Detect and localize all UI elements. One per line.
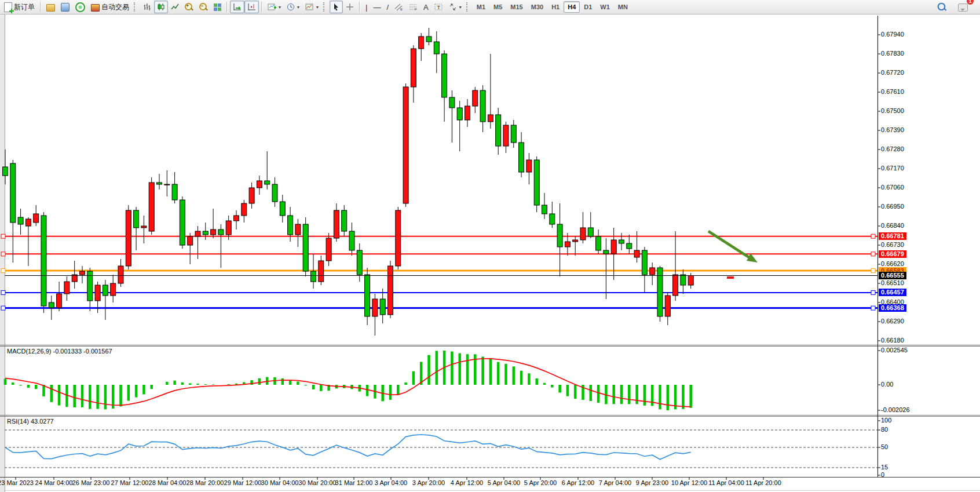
time-axis-label: 26 Mar 23:00 (72, 479, 110, 486)
community-button[interactable]: 1 (955, 1, 971, 13)
toolbar-grip[interactable] (323, 2, 328, 12)
tile-windows-icon (214, 3, 221, 11)
timeframe-d1[interactable]: D1 (580, 1, 596, 13)
auto-trading-button[interactable]: 自动交易 (88, 1, 132, 13)
rsi-tick-label: 50 (881, 443, 888, 450)
price-tick-label: 0.67390 (881, 126, 904, 133)
profiles-icon (46, 4, 55, 12)
price-tick-label: 0.67720 (881, 69, 904, 76)
trendline-tool[interactable]: / (383, 1, 392, 13)
text-tool[interactable]: A (420, 1, 432, 13)
arrows-tool[interactable]: ▾ (446, 1, 465, 13)
rsi-tick-label: 80 (881, 426, 888, 433)
timeframe-w1[interactable]: W1 (596, 1, 614, 13)
auto-scroll-button[interactable] (230, 1, 244, 13)
price-level-label: 0.66457 (879, 289, 906, 296)
time-axis-label: 11 Apr 04:00 (708, 479, 744, 486)
candlestick-mode-button[interactable] (154, 1, 168, 13)
indicators-icon (268, 3, 276, 11)
indicators-button[interactable]: ▾ (265, 1, 284, 13)
candlestick-icon (157, 3, 165, 11)
macd-indicator-label: MACD(12,26,9) -0.001333 -0.001567 (7, 348, 112, 355)
signals-icon (75, 2, 85, 12)
zoom-out-icon: − (199, 3, 208, 12)
bar-chart-icon (143, 3, 151, 11)
macd-tick-label: -0.002026 (881, 406, 910, 413)
window-bottom-border (0, 490, 980, 491)
price-tick-label: 0.66950 (881, 203, 904, 210)
zoom-in-button[interactable]: + (182, 1, 196, 13)
price-tick-label: 0.67500 (881, 107, 904, 114)
toolbar-grip[interactable] (466, 2, 471, 12)
chart-shift-button[interactable] (244, 1, 259, 13)
cursor-button[interactable] (330, 1, 343, 13)
periods-button[interactable]: ▾ (284, 1, 302, 13)
separator (40, 2, 41, 12)
timeframe-mn[interactable]: MN (614, 1, 632, 13)
trendline-icon: / (386, 3, 389, 11)
text-label-tool[interactable]: T (432, 1, 446, 13)
timeframe-m1[interactable]: M1 (473, 1, 489, 13)
svg-text:T: T (437, 5, 440, 10)
price-tick-label: 0.67280 (881, 145, 904, 152)
zoom-out-button[interactable]: − (196, 1, 211, 13)
text-label-icon: T (434, 3, 443, 11)
separator (359, 2, 360, 12)
separator (261, 2, 262, 12)
equidistant-channel-tool[interactable]: E (392, 1, 406, 13)
line-chart-mode-button[interactable] (168, 1, 182, 13)
timeframe-h4[interactable]: H4 (564, 1, 580, 13)
templates-button[interactable]: ▾ (302, 1, 321, 13)
price-level-label: 0.66679 (879, 250, 906, 258)
market-watch-button[interactable] (58, 1, 72, 13)
current-price-label: 0.66555 (879, 272, 906, 279)
new-order-button[interactable]: 新订单 (1, 1, 38, 13)
search-button[interactable] (935, 1, 949, 13)
time-axis-label: 3 Apr 20:00 (412, 479, 445, 486)
tile-windows-button[interactable] (211, 1, 224, 13)
template-icon (305, 3, 314, 11)
market-watch-icon (61, 3, 70, 12)
dropdown-caret: ▾ (459, 5, 462, 10)
price-tick-label: 0.66620 (881, 260, 904, 267)
zoom-in-icon: + (185, 3, 193, 12)
line-chart-icon (171, 3, 179, 11)
price-level-label: 0.66781 (879, 232, 906, 240)
text-icon: A (423, 3, 429, 11)
signals-button[interactable] (72, 1, 88, 13)
time-axis-label: 28 Mar 20:00 (187, 479, 224, 486)
price-tick-label: 0.66730 (881, 241, 904, 248)
fibonacci-tool[interactable]: F (406, 1, 420, 13)
bar-chart-mode-button[interactable] (140, 1, 154, 13)
timeframe-m15[interactable]: M15 (506, 1, 526, 13)
chart-profiles-button[interactable] (43, 1, 58, 13)
price-tick-label: 0.66840 (881, 222, 904, 229)
toolbar-grip[interactable] (134, 2, 138, 12)
chart-shift-icon (247, 3, 256, 11)
svg-text:E: E (400, 8, 403, 11)
price-tick-label: 0.66510 (881, 279, 904, 286)
chart-window[interactable] (0, 14, 980, 492)
small-red-dash-marker (727, 276, 734, 279)
rsi-tick-label: 15 (881, 464, 888, 471)
time-axis-label: 28 Mar 04:00 (149, 479, 187, 486)
time-axis-label: 29 Mar 12:00 (224, 479, 262, 486)
time-axis-label: 27 Mar 12:00 (111, 479, 149, 486)
new-order-label: 新订单 (14, 2, 35, 12)
time-axis-label: 30 Mar 04:00 (261, 479, 299, 486)
timeframe-m30[interactable]: M30 (527, 1, 547, 13)
macd-tick-label: 0.002545 (881, 347, 908, 353)
price-tick-label: 0.67830 (881, 50, 904, 57)
search-icon (938, 2, 947, 12)
time-axis-label: 7 Apr 04:00 (599, 479, 631, 486)
timeframe-h1[interactable]: H1 (547, 1, 564, 13)
cursor-icon (332, 3, 340, 11)
timeframe-m5[interactable]: M5 (489, 1, 506, 13)
time-axis-label: 24 Mar 04:00 (35, 479, 73, 486)
price-tick-label: 0.66180 (881, 337, 904, 344)
time-axis-label: 9 Apr 23:00 (636, 479, 668, 486)
crosshair-button[interactable] (343, 1, 357, 13)
vertical-line-tool[interactable]: | (363, 1, 370, 13)
fibonacci-icon: F (409, 3, 418, 11)
horizontal-line-tool[interactable]: — (370, 1, 383, 13)
